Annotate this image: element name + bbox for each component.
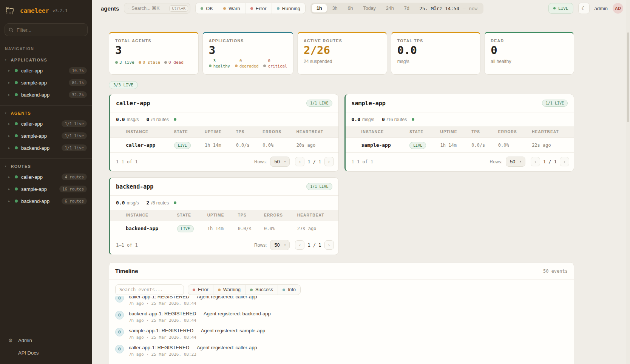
content-scroll-area[interactable]: TOTAL AGENTS 3 3 live 0 stale 0 dead APP… <box>92 17 630 364</box>
filter-chip-running[interactable]: Running <box>272 3 305 14</box>
avatar[interactable]: AD <box>613 3 623 14</box>
prev-page-button[interactable]: ‹ <box>531 157 540 166</box>
stats-row: TOTAL AGENTS 3 3 live 0 stale 0 dead APP… <box>109 32 574 75</box>
chevron-right-icon: ▸ <box>8 199 11 203</box>
section-header-routes[interactable]: ▾ ROUTES <box>5 163 88 171</box>
event-filter-success[interactable]: Success <box>245 285 278 295</box>
sidebar-filter[interactable] <box>5 23 88 36</box>
sidebar-item-admin[interactable]: ⚙ Admin <box>5 335 88 346</box>
time-range-today[interactable]: Today <box>358 4 380 13</box>
filter-input[interactable] <box>17 27 83 33</box>
tps-unit: msg/s <box>362 117 374 122</box>
routes-value: 0 <box>147 117 150 122</box>
theme-toggle-button[interactable]: ☾ <box>578 3 590 14</box>
event-item[interactable]: ⚙ caller-app-1: REGISTERED — Agent regis… <box>115 345 568 357</box>
error-dot-icon <box>193 289 195 291</box>
chip-label: Warning <box>223 287 241 292</box>
stat-card-applications: APPLICATIONS 3 3healthy 0degraded 0criti… <box>202 32 293 75</box>
moon-icon: ☾ <box>581 5 586 11</box>
rows-per-page-select[interactable]: 50 ▾ <box>506 157 525 167</box>
gear-icon: ⚙ <box>8 338 13 343</box>
stat-subtitle: all healthy <box>491 59 568 64</box>
filter-chip-warn[interactable]: Warn <box>218 3 245 14</box>
section-header-agents[interactable]: ▾ AGENTS <box>5 109 88 118</box>
event-filter-info[interactable]: Info <box>278 285 300 295</box>
chevron-down-icon: ▾ <box>5 165 6 168</box>
sidebar-item-routes-backend-app[interactable]: ▸ backend-app 6 routes <box>5 195 88 207</box>
rows-value: 50 <box>510 159 515 164</box>
time-range-3h[interactable]: 3h <box>327 4 343 13</box>
table-header-row: INSTANCE STATE UPTIME TPS ERRORS HEARTBE… <box>346 126 574 138</box>
table-row[interactable]: sample-app LIVE 1h 14m 0.0/s 0.0% 22s ag… <box>346 138 574 153</box>
events-list[interactable]: ⚙ caller-app-1: REGISTERED — Agent regis… <box>109 296 574 364</box>
section-header-applications[interactable]: ▾ APPLICATIONS <box>5 56 88 65</box>
app-stats-line: 0.0 msg/s 2 /6 routes <box>110 196 338 210</box>
events-search-input[interactable] <box>115 284 184 295</box>
prev-page-button[interactable]: ‹ <box>295 157 304 166</box>
rows-per-page-select[interactable]: 50 ▾ <box>270 240 290 250</box>
time-range-6h[interactable]: 6h <box>343 4 358 13</box>
sidebar-item-applications-backend-app[interactable]: ▸ backend-app 32.2k <box>5 89 88 101</box>
next-page-button[interactable]: › <box>324 157 334 166</box>
state-badge: LIVE <box>409 142 426 149</box>
page-scrollbar[interactable] <box>626 0 630 364</box>
tps-unit: msg/s <box>127 117 139 122</box>
chip-label: Running <box>282 6 300 11</box>
search-icon <box>9 28 14 32</box>
event-item[interactable]: ⚙ caller-app-1: REGISTERED — Agent regis… <box>115 296 568 306</box>
event-item[interactable]: ⚙ backend-app-1: REGISTERED — Agent regi… <box>115 311 568 323</box>
sidebar-item-applications-caller-app[interactable]: ▸ caller-app 10.7k <box>5 65 88 77</box>
logo[interactable]: cameleer v3.2.1 <box>0 0 92 20</box>
instance-name: backend-app <box>123 221 174 236</box>
sidebar-item-api-docs[interactable]: API Docs <box>5 347 88 359</box>
filter-chip-error[interactable]: Error <box>245 3 272 14</box>
event-filter-warning[interactable]: Warning <box>213 285 245 295</box>
next-page-button[interactable]: › <box>324 240 334 250</box>
ok-dot-icon <box>201 7 203 10</box>
sidebar-item-agents-sample-app[interactable]: ▸ sample-app 1/1 live <box>5 130 88 142</box>
global-search[interactable]: Ctrl+K <box>124 3 190 14</box>
stat-label: TOTAL TPS <box>397 38 474 43</box>
api-docs-label: API Docs <box>18 350 39 356</box>
dead-dot-icon <box>164 61 167 64</box>
sidebar-item-routes-sample-app[interactable]: ▸ sample-app 16 routes <box>5 183 88 195</box>
time-range-1h[interactable]: 1h <box>312 4 327 13</box>
sidebar-item-applications-sample-app[interactable]: ▸ sample-app 84.1k <box>5 77 88 89</box>
table-row[interactable]: caller-app LIVE 1h 14m 0.0/s 0.0% 20s ag… <box>110 138 338 153</box>
scrollbar-thumb[interactable] <box>627 32 629 122</box>
event-item[interactable]: ⚙ sample-app-1: REGISTERED — Agent regis… <box>115 328 568 340</box>
table-row[interactable]: backend-app LIVE 1h 14m 0.0/s 0.0% 27s a… <box>110 221 338 236</box>
app-version: v3.2.1 <box>52 8 68 13</box>
time-range-24h[interactable]: 24h <box>381 4 399 13</box>
col-state: STATE <box>171 126 202 138</box>
col-tps: TPS <box>468 126 495 138</box>
app-card-header: caller-app 1/1 LIVE <box>110 94 338 112</box>
app-card-backend-app: backend-app 1/1 LIVE 0.0 msg/s 2 /6 rout… <box>109 177 339 255</box>
time-range-7d[interactable]: 7d <box>399 4 414 13</box>
status-dot <box>15 200 18 203</box>
nav-section-label: NAVIGATION <box>5 47 87 51</box>
warn-dot-icon <box>223 7 226 10</box>
col-state: STATE <box>174 210 204 221</box>
item-badge: 4 routes <box>62 174 87 180</box>
live-status-badge[interactable]: LIVE <box>548 3 573 14</box>
sidebar-item-agents-backend-app[interactable]: ▸ backend-app 1/1 live <box>5 142 88 154</box>
chevron-down-icon: ▾ <box>284 244 286 247</box>
prev-page-button[interactable]: ‹ <box>295 240 304 250</box>
chip-label: Info <box>288 287 296 292</box>
search-input[interactable] <box>131 6 166 11</box>
chevron-down-icon: ▾ <box>520 160 521 163</box>
instances-table: INSTANCE STATE UPTIME TPS ERRORS HEARTBE… <box>110 210 338 236</box>
app-cards-grid: caller-app 1/1 LIVE 0.0 msg/s 0 /4 route… <box>109 94 574 255</box>
next-page-button[interactable]: › <box>560 157 569 166</box>
app-title: backend-app <box>116 183 153 190</box>
status-dot <box>15 134 18 137</box>
sidebar-item-routes-caller-app[interactable]: ▸ caller-app 4 routes <box>5 171 88 183</box>
event-filter-error[interactable]: Error <box>188 285 213 295</box>
col-state: STATE <box>406 126 437 138</box>
sidebar-item-agents-caller-app[interactable]: ▸ caller-app 1/1 live <box>5 118 88 130</box>
rows-per-page-select[interactable]: 50 ▾ <box>270 157 290 167</box>
app-title: caller-app <box>116 100 150 107</box>
filter-chip-ok[interactable]: OK <box>196 3 218 14</box>
rows-label: Rows: <box>254 159 267 164</box>
